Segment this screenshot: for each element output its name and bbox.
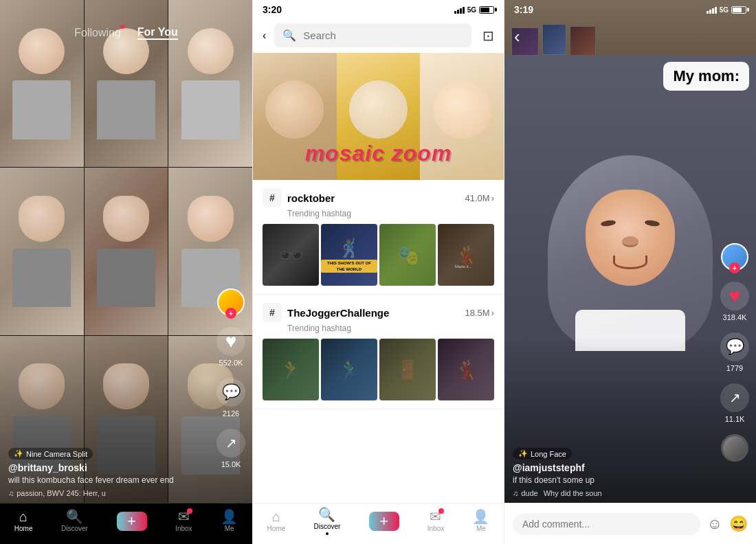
panel3-music-label: dude bbox=[521, 489, 537, 497]
panel3-network: 5G bbox=[720, 6, 729, 14]
panel2-back-arrow[interactable]: ‹ bbox=[263, 30, 266, 42]
panel3-music-avatar bbox=[721, 434, 748, 462]
panel1-heart-icon: ♥ bbox=[225, 330, 237, 352]
panel3-effect-badge: ✨ Long Face bbox=[513, 448, 572, 460]
panel1-nav-following[interactable]: Following bbox=[74, 27, 121, 39]
panel2-rocktober-header: # rocktober 41.0M › bbox=[263, 188, 494, 207]
panel1-home-icon: ⌂ bbox=[19, 510, 27, 523]
panel2-rocktober-name: rocktober bbox=[287, 192, 335, 204]
panel1-comment-icon: 💬 bbox=[222, 383, 241, 401]
music-note-icon-1: ♫ bbox=[8, 489, 14, 497]
panel2-mosaic-banner[interactable]: mosaic zoom bbox=[253, 53, 504, 180]
panel3-comment-btn[interactable]: 💬 1779 bbox=[720, 332, 749, 372]
panel3-back-button[interactable]: ‹ bbox=[514, 27, 520, 45]
grid-cell-2 bbox=[85, 0, 168, 167]
panel2-nav-discover[interactable]: 🔍 Discover bbox=[313, 508, 340, 535]
panel2-nav-create[interactable]: + bbox=[369, 512, 399, 531]
panel1-right-actions: + ♥ 552.0K 💬 2126 ↗ 15.0K bbox=[216, 288, 245, 468]
panel1-nine-split-grid[interactable] bbox=[0, 0, 252, 503]
panel1-live-dot bbox=[120, 25, 124, 29]
panel3-share-btn[interactable]: ↗ 11.1K bbox=[720, 383, 749, 423]
panel2-jogger-title-row: # TheJoggerChallenge bbox=[263, 303, 389, 322]
panel1-nav-discover[interactable]: 🔍 Discover bbox=[61, 510, 88, 532]
panel3-username[interactable]: @iamjuststephf bbox=[513, 462, 715, 473]
panel2-thumb-2: 🕺 THIS SHOW'S OUT OF THE WORLD bbox=[321, 224, 377, 286]
panel1-me-icon: 👤 bbox=[221, 510, 238, 523]
panel3-music-avatar-btn[interactable] bbox=[721, 434, 748, 462]
panel3-share-icon-container: ↗ bbox=[720, 383, 749, 412]
panel2-create-button[interactable]: + bbox=[369, 512, 399, 531]
panel1-nav-create[interactable]: + bbox=[117, 512, 147, 531]
panel1-top-nav: Following For You bbox=[0, 26, 252, 40]
panel3-comment-input[interactable] bbox=[513, 513, 700, 535]
panel2-header-row: ‹ 🔍 ⊡ bbox=[263, 23, 494, 47]
panel1-inbox-badge: ✉ bbox=[178, 510, 190, 523]
panel3-eye-left bbox=[601, 220, 616, 227]
sparkle-icon-3: ✨ bbox=[518, 449, 528, 458]
panel3-status-bar: 3:19 5G bbox=[504, 0, 756, 18]
panel3-comment-icon: 💬 bbox=[726, 338, 744, 356]
panel3-music: ♫ dude Why did the soun bbox=[513, 489, 715, 497]
panel2-search-input[interactable] bbox=[303, 30, 463, 41]
panel1-like-icon-container: ♥ bbox=[216, 327, 245, 356]
panel2-scan-icon[interactable]: ⊡ bbox=[482, 27, 494, 44]
panel2-hashtag-jogger[interactable]: # TheJoggerChallenge 18.5M › Trending ha… bbox=[253, 295, 504, 409]
panel2-nav-home[interactable]: ⌂ Home bbox=[267, 510, 286, 532]
panel2-nav-inbox[interactable]: ✉ Inbox bbox=[427, 510, 444, 532]
panel1-comment-btn[interactable]: 💬 2126 bbox=[216, 378, 245, 418]
panel2-hashtag-rocktober[interactable]: # rocktober 41.0M › Trending hashtag 🕶️ … bbox=[253, 180, 504, 295]
panel2-jogger-symbol: # bbox=[263, 303, 282, 322]
panel3-signal bbox=[707, 6, 717, 14]
panel1-foryou-label[interactable]: For You bbox=[137, 26, 178, 40]
panel2-rocktober-symbol: # bbox=[263, 188, 282, 207]
panel1-inbox-notification-dot bbox=[187, 508, 192, 514]
panel3-like-count: 318.4K bbox=[723, 313, 747, 321]
panel3-video-info: ✨ Long Face @iamjuststephf if this doesn… bbox=[513, 446, 715, 497]
panel1-create-button[interactable]: + bbox=[117, 512, 147, 531]
panel1-video-info: ✨ Nine Camera Split @brittany_broski wil… bbox=[8, 446, 211, 497]
panel1-creator-avatar: + bbox=[217, 288, 245, 316]
panel2-bottom-nav: ⌂ Home 🔍 Discover + ✉ Inbox 👤 Me bbox=[253, 503, 504, 544]
panel1-share-icon-container: ↗ bbox=[216, 429, 245, 457]
panel2-thumb-7: 🚪 bbox=[379, 339, 436, 400]
panel1-like-btn[interactable]: ♥ 552.0K bbox=[216, 327, 245, 367]
panel1-caption: will this kombucha face fever dream ever… bbox=[8, 475, 211, 486]
panel1-nav-inbox[interactable]: ✉ Inbox bbox=[175, 510, 192, 532]
panel3-head-covering bbox=[548, 155, 713, 348]
panel1-comment-count: 2126 bbox=[223, 409, 239, 418]
panel2-home-icon: ⌂ bbox=[272, 510, 280, 523]
chevron-right-icon-2: › bbox=[491, 308, 494, 318]
panel2-nav-me[interactable]: 👤 Me bbox=[472, 510, 489, 532]
panel1-effect-badge: ✨ Nine Camera Split bbox=[8, 448, 93, 460]
panel3-like-btn[interactable]: ♥ 318.4K bbox=[720, 282, 749, 321]
panel2-jogger-header: # TheJoggerChallenge 18.5M › bbox=[263, 303, 494, 322]
panel1-avatar-btn[interactable]: + bbox=[217, 288, 245, 316]
panel3-sticker-button[interactable]: 😄 bbox=[729, 515, 748, 533]
panel1-nav-me[interactable]: 👤 Me bbox=[221, 510, 238, 532]
panel1-share-count: 15.0K bbox=[221, 460, 241, 468]
panel3-avatar-btn[interactable]: + bbox=[721, 243, 748, 271]
grid-cell-4 bbox=[0, 168, 84, 335]
panel3-person-figure bbox=[548, 155, 713, 348]
panel2-inbox-badge: ✉ bbox=[430, 510, 441, 523]
panel1-create-icon: + bbox=[127, 512, 136, 530]
panel3-follow-plus: + bbox=[729, 262, 740, 273]
panel3-comment-icon-container: 💬 bbox=[720, 332, 749, 361]
panel3-comment-bar: ☺ 😄 bbox=[504, 503, 756, 544]
grid-cell-1 bbox=[0, 0, 84, 167]
panel2-rocktober-videos: 🕶️ 🕺 THIS SHOW'S OUT OF THE WORLD 🎭 bbox=[263, 224, 494, 286]
panel2-thumb-3: 🎭 bbox=[379, 224, 436, 286]
panel-3-tiktok-video: My mom: 3:19 5G ‹ + bbox=[504, 0, 756, 544]
panel1-like-count: 552.0K bbox=[219, 359, 243, 367]
panel1-username[interactable]: @brittany_broski bbox=[8, 462, 211, 473]
panel1-home-label: Home bbox=[14, 525, 33, 532]
panel-2-discover: 3:20 5G ‹ 🔍 ⊡ bbox=[252, 0, 504, 544]
panel2-thumb-1: 🕶️ bbox=[263, 224, 319, 286]
panel1-share-btn[interactable]: ↗ 15.0K bbox=[216, 429, 245, 468]
panel2-home-label: Home bbox=[267, 525, 286, 532]
panel1-nav-home[interactable]: ⌂ Home bbox=[14, 510, 33, 532]
grid-cell-5 bbox=[85, 168, 168, 335]
panel2-search-bar[interactable]: 🔍 bbox=[274, 23, 471, 47]
panel3-emoji-button[interactable]: ☺ bbox=[707, 515, 722, 533]
panel2-me-label: Me bbox=[476, 525, 486, 532]
